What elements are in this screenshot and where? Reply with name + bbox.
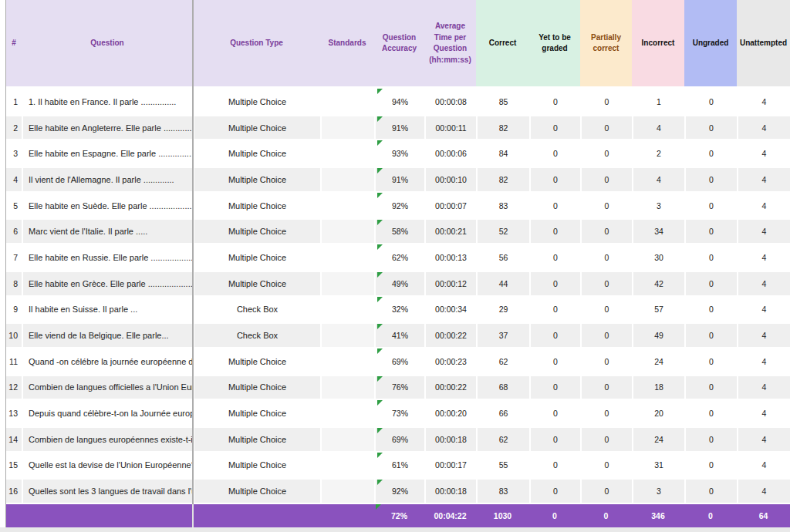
table-row[interactable]: 14 Combien de langues européennes existe…: [6, 426, 790, 453]
correct-cell: 66: [476, 400, 529, 426]
cell-note-indicator-icon: [377, 116, 383, 122]
accuracy-value: 73%: [392, 409, 408, 418]
accuracy-value: 69%: [392, 435, 408, 444]
row-number: 8: [6, 272, 22, 295]
table-row[interactable]: 8 Elle habite en Grèce. Elle parle .....…: [6, 271, 790, 297]
summary-row: 72% 00:04:22 1030 0 0 346 0 64: [6, 504, 790, 527]
unattempted-cell: 4: [737, 220, 790, 243]
accuracy-cell: 58%: [374, 220, 424, 243]
incorrect-cell: 42: [632, 272, 684, 295]
incorrect-cell: 49: [632, 324, 684, 347]
unattempted-cell: 4: [737, 244, 790, 271]
table-row[interactable]: 6 Marc vient de l'Italie. Il parle .....…: [6, 218, 790, 244]
question-cell[interactable]: Elle habite en Espagne. Elle parle .....…: [22, 140, 193, 167]
summary-accuracy-value: 72%: [391, 511, 407, 520]
yet-to-be-graded-cell: 0: [529, 453, 580, 479]
question-cell[interactable]: Marc vient de l'Italie. Il parle .....: [22, 220, 193, 243]
accuracy-cell: 91%: [374, 168, 424, 191]
table-row[interactable]: 11 Quand -on célébre la journée européen…: [6, 348, 790, 375]
accuracy-cell: 41%: [374, 324, 424, 347]
partially-correct-cell: 0: [580, 140, 632, 167]
table-row[interactable]: 7 Elle habite en Russie. Elle parle ....…: [6, 244, 790, 271]
question-cell[interactable]: Elle viend de la Belgique. Elle parle...: [22, 324, 193, 347]
accuracy-value: 62%: [392, 253, 408, 262]
standards-cell: [320, 400, 374, 426]
cell-note-indicator-icon: [377, 193, 383, 198]
partially-correct-cell: 0: [580, 324, 632, 347]
question-cell[interactable]: Il vient de l'Allemagne. Il parle ......…: [22, 168, 193, 191]
question-cell[interactable]: Quelle est la devise de l'Union Européen…: [22, 453, 193, 479]
row-number: 9: [6, 297, 22, 323]
question-cell[interactable]: Elle habite en Suède. Elle parle .......…: [22, 193, 193, 219]
partially-correct-cell: 0: [580, 297, 632, 323]
row-number: 11: [6, 348, 22, 375]
incorrect-cell: 3: [632, 480, 684, 503]
ungraded-cell: 0: [684, 272, 737, 295]
table-left-border: [5, 0, 6, 527]
question-cell[interactable]: Combien de langues officielles a l'Union…: [22, 376, 193, 399]
avg-time-cell: 00:00:08: [424, 89, 476, 115]
avg-time-cell: 00:00:17: [424, 453, 476, 479]
yet-to-be-graded-cell: 0: [529, 297, 580, 323]
cell-note-indicator-icon: [377, 376, 383, 382]
table-row[interactable]: 13 Depuis quand célèbre-t-on la Journée …: [6, 400, 790, 426]
ungraded-cell: 0: [684, 116, 737, 140]
table-row[interactable]: 4 Il vient de l'Allemagne. Il parle ....…: [6, 167, 790, 193]
question-cell[interactable]: Elle habite en Russie. Elle parle ......…: [22, 244, 193, 271]
table-row[interactable]: 16 Quelles sont les 3 langues de travail…: [6, 478, 790, 504]
accuracy-cell: 69%: [374, 348, 424, 375]
incorrect-cell: 24: [632, 428, 684, 451]
accuracy-value: 94%: [392, 97, 408, 106]
question-cell[interactable]: Combien de langues européennes existe-t-…: [22, 428, 193, 451]
partially-correct-cell: 0: [580, 376, 632, 399]
table-row[interactable]: 12 Combien de langues officielles a l'Un…: [6, 375, 790, 401]
standards-cell: [320, 324, 374, 347]
unattempted-cell: 4: [737, 324, 790, 347]
accuracy-value: 91%: [392, 175, 408, 184]
table-row[interactable]: 9 Il habite en Suisse. Il parle ... Chec…: [6, 297, 790, 323]
question-cell[interactable]: Quand -on célébre la journée européenne …: [22, 348, 193, 375]
question-cell[interactable]: Il habite en Suisse. Il parle ...: [22, 297, 193, 323]
correct-cell: 82: [476, 168, 529, 191]
summary-question-type-cell: [193, 504, 320, 527]
row-number: 10: [6, 324, 22, 347]
unattempted-cell: 4: [737, 168, 790, 191]
ungraded-cell: 0: [684, 140, 737, 167]
question-cell[interactable]: Quelles sont les 3 langues de travail da…: [22, 480, 193, 503]
accuracy-cell: 94%: [374, 89, 424, 115]
table-row[interactable]: 2 Elle habite en Angleterre. Elle parle …: [6, 115, 790, 141]
cell-note-indicator-icon: [377, 89, 383, 94]
incorrect-cell: 24: [632, 348, 684, 375]
question-type-cell: Multiple Choice: [193, 89, 320, 115]
cell-note-indicator-icon: [377, 428, 383, 433]
table-body: 1 1. Il habite en France. Il parle .....…: [6, 89, 790, 504]
avg-time-cell: 00:00:22: [424, 324, 476, 347]
accuracy-value: 49%: [392, 279, 408, 288]
question-cell[interactable]: Elle habite en Angleterre. Elle parle ..…: [22, 116, 193, 140]
standards-cell: [320, 480, 374, 503]
accuracy-value: 69%: [392, 357, 408, 366]
question-cell[interactable]: Depuis quand célèbre-t-on la Journée eur…: [22, 400, 193, 426]
yet-to-be-graded-cell: 0: [529, 348, 580, 375]
table-row[interactable]: 1 1. Il habite en France. Il parle .....…: [6, 89, 790, 115]
standards-cell: [320, 428, 374, 451]
cell-note-indicator-icon: [377, 453, 383, 458]
bottom-scroll-track[interactable]: [0, 527, 790, 532]
question-cell[interactable]: 1. Il habite en France. Il parle .......…: [22, 89, 193, 115]
unattempted-cell: 4: [737, 116, 790, 140]
yet-to-be-graded-cell: 0: [529, 324, 580, 347]
partially-correct-cell: 0: [580, 480, 632, 503]
partially-correct-cell: 0: [580, 193, 632, 219]
partially-correct-cell: 0: [580, 348, 632, 375]
table-row[interactable]: 15 Quelle est la devise de l'Union Europ…: [6, 453, 790, 479]
incorrect-cell: 1: [632, 89, 684, 115]
question-type-cell: Multiple Choice: [193, 453, 320, 479]
table-row[interactable]: 10 Elle viend de la Belgique. Elle parle…: [6, 322, 790, 348]
summary-correct-cell: 1030: [476, 504, 529, 527]
accuracy-cell: 69%: [374, 428, 424, 451]
question-cell[interactable]: Elle habite en Grèce. Elle parle .......…: [22, 272, 193, 295]
table-row[interactable]: 3 Elle habite en Espagne. Elle parle ...…: [6, 140, 790, 167]
unattempted-cell: 4: [737, 400, 790, 426]
table-row[interactable]: 5 Elle habite en Suède. Elle parle .....…: [6, 193, 790, 219]
ungraded-cell: 0: [684, 193, 737, 219]
